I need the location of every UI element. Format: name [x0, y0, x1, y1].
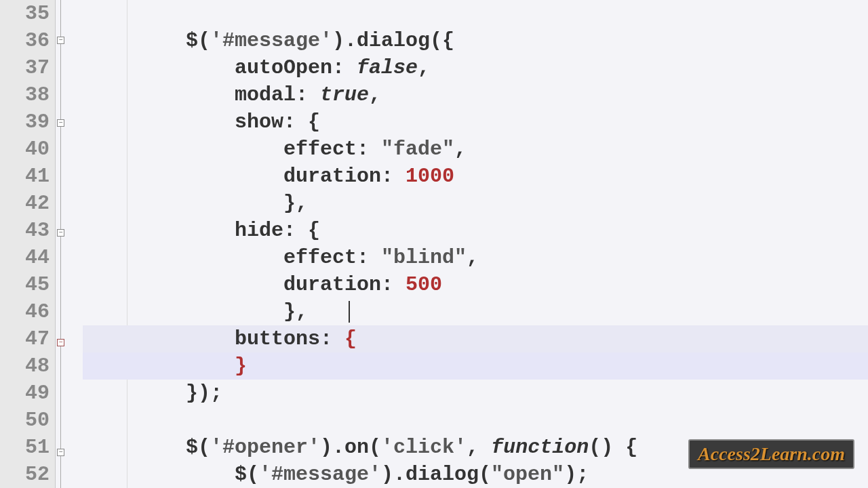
code-text: modal:: [88, 83, 320, 106]
line-number: 43: [0, 217, 55, 244]
fold-toggle-icon[interactable]: −: [57, 229, 64, 237]
code-string: '#message': [210, 29, 332, 52]
code-text: );: [564, 463, 589, 486]
fold-toggle-icon[interactable]: −: [57, 37, 64, 44]
watermark-badge: Access2Learn.com: [688, 439, 854, 469]
line-number: 38: [0, 81, 55, 108]
code-line[interactable]: duration: 1000: [83, 163, 868, 190]
line-number: 46: [0, 298, 55, 325]
code-text: autoOpen:: [88, 56, 357, 79]
text-cursor: [349, 301, 350, 323]
line-number: 37: [0, 54, 55, 81]
code-text: ,: [369, 83, 381, 106]
code-string: "open": [491, 463, 564, 486]
code-text: duration:: [88, 273, 406, 296]
line-number: 42: [0, 190, 55, 217]
code-number: 1000: [406, 165, 454, 188]
fold-toggle-icon[interactable]: −: [57, 449, 64, 456]
fold-toggle-icon[interactable]: −: [57, 119, 64, 127]
code-text: $(: [88, 463, 259, 486]
code-line[interactable]: },: [83, 190, 868, 217]
code-text: hide: {: [88, 219, 320, 242]
code-text: },: [88, 192, 308, 215]
code-text: ).on(: [320, 436, 381, 459]
code-text: ,: [467, 246, 479, 269]
code-line[interactable]: [83, 0, 868, 27]
code-text: $(: [88, 29, 210, 52]
line-number: 39: [0, 108, 55, 136]
code-line[interactable]: hide: {: [83, 217, 868, 244]
code-text: ,: [467, 436, 491, 459]
code-line[interactable]: buttons: {: [83, 325, 868, 352]
code-text: duration:: [88, 165, 406, 188]
line-number: 40: [0, 136, 55, 163]
code-line[interactable]: effect: "fade",: [83, 136, 868, 163]
code-text: buttons:: [88, 327, 344, 350]
code-keyword: function: [491, 436, 589, 459]
code-string: 'click': [381, 436, 467, 459]
code-keyword: true: [320, 83, 369, 106]
code-brace: {: [344, 327, 357, 350]
code-text: effect:: [88, 138, 381, 161]
code-string: "blind": [381, 246, 467, 269]
code-line[interactable]: effect: "blind",: [83, 244, 868, 271]
code-text: ).dialog({: [332, 29, 454, 52]
code-line[interactable]: },: [83, 298, 868, 325]
code-line[interactable]: });: [83, 380, 868, 407]
fold-toggle-icon[interactable]: −: [57, 339, 64, 346]
code-line[interactable]: [83, 407, 868, 434]
line-number: 48: [0, 352, 55, 380]
line-number: 47: [0, 325, 55, 352]
line-number: 36: [0, 27, 55, 54]
line-number: 51: [0, 434, 55, 461]
fold-column: − − − − −: [56, 0, 83, 488]
code-editor[interactable]: 35 36 37 38 39 40 41 42 43 44 45 46 47 4…: [0, 0, 868, 488]
code-text: ).dialog(: [381, 463, 491, 486]
code-text: () {: [589, 436, 637, 459]
code-text: ,: [454, 138, 467, 161]
code-keyword: false: [357, 56, 418, 79]
line-number: 50: [0, 407, 55, 434]
code-string: '#message': [259, 463, 381, 486]
code-text: show: {: [88, 110, 320, 134]
code-text: });: [88, 382, 222, 405]
code-line[interactable]: autoOpen: false,: [83, 54, 868, 81]
line-number: 49: [0, 380, 55, 407]
code-brace: }: [235, 354, 247, 378]
line-number: 41: [0, 163, 55, 190]
line-number: 45: [0, 271, 55, 298]
code-content[interactable]: $('#message').dialog({ autoOpen: false, …: [83, 0, 868, 488]
code-text: },: [88, 300, 308, 323]
code-line[interactable]: show: {: [83, 108, 868, 136]
code-line[interactable]: modal: true,: [83, 81, 868, 108]
line-number: 35: [0, 0, 55, 27]
code-string: "fade": [381, 138, 454, 161]
code-number: 500: [406, 273, 442, 296]
line-number: 52: [0, 461, 55, 488]
code-line[interactable]: duration: 500: [83, 271, 868, 298]
code-string: '#opener': [210, 436, 320, 459]
code-text: effect:: [88, 246, 381, 269]
line-number: 44: [0, 244, 55, 271]
fold-guide-line: [60, 0, 61, 488]
code-text: $(: [88, 436, 210, 459]
code-line[interactable]: $('#message').dialog({: [83, 27, 868, 54]
line-number-gutter: 35 36 37 38 39 40 41 42 43 44 45 46 47 4…: [0, 0, 56, 488]
code-text: ,: [418, 56, 430, 79]
code-text: [88, 354, 235, 378]
code-line-active[interactable]: }: [83, 352, 868, 380]
